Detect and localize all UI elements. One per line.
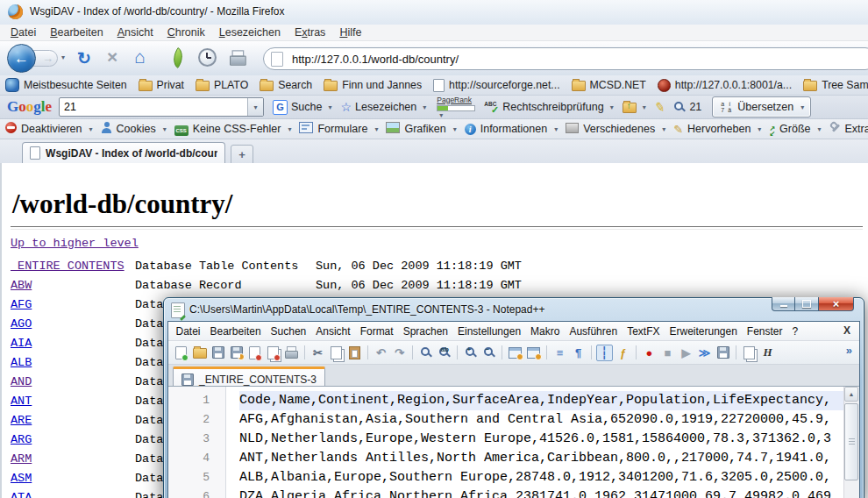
open-icon[interactable] — [191, 345, 208, 361]
npp-menu-makro[interactable]: Makro — [526, 325, 565, 338]
bookmark-http-127-0-0-1-8001-a[interactable]: http://127.0.0.1:8001/a... — [658, 79, 792, 92]
back-button[interactable]: ← — [7, 44, 36, 73]
npp-menu-datei[interactable]: Datei — [171, 325, 205, 338]
find-count[interactable]: 21 — [673, 101, 701, 113]
search-history-dropdown[interactable]: ▾ — [247, 98, 263, 116]
listing-link-arg[interactable]: ARG — [11, 433, 32, 446]
copy-icon[interactable] — [328, 345, 345, 361]
webdev-keine-css-fehler[interactable]: CSSKeine CSS-Fehler — [174, 123, 292, 136]
save-copy-icon[interactable] — [228, 345, 245, 361]
webdev-extras[interactable]: Extras — [829, 122, 868, 136]
menu-datei[interactable]: Datei — [4, 26, 43, 39]
save-icon[interactable] — [210, 345, 226, 361]
show-all-characters-icon[interactable]: ¶ — [570, 345, 587, 361]
zoom-in-icon[interactable]: + — [462, 345, 479, 361]
bookmark-search[interactable]: Search — [260, 79, 312, 91]
spellcheck-button[interactable]: ABC✓ Rechtschreibprüfung — [484, 101, 613, 114]
webdev-hervorheben[interactable]: ✎Hervorheben — [673, 123, 761, 136]
npp-menu-fenster[interactable]: Fenster — [742, 325, 787, 338]
npp-close-document-button[interactable]: X — [843, 324, 850, 337]
zoom-out-icon[interactable]: − — [480, 345, 497, 361]
print-icon[interactable] — [283, 345, 300, 361]
google-search-input[interactable] — [60, 101, 247, 113]
doc-switcher-icon[interactable] — [741, 345, 758, 361]
reload-icon[interactable]: ↻ — [77, 48, 91, 68]
listing-link-arm[interactable]: ARM — [11, 452, 32, 466]
listing-link-ago[interactable]: AGO — [11, 317, 32, 331]
close-all-icon[interactable] — [265, 345, 281, 361]
npp-menu-sprachen[interactable]: Sprachen — [398, 325, 452, 338]
menu-lesezeichen[interactable]: Lesezeichen — [212, 26, 288, 39]
play-macro-icon[interactable]: ▶ — [678, 345, 694, 361]
url-bar[interactable] — [263, 47, 868, 70]
webdev-verschiedenes[interactable]: Verschiedenes — [566, 123, 665, 136]
listing-link-ata[interactable]: ATA — [11, 491, 32, 498]
bookmark-privat[interactable]: Privat — [139, 79, 184, 91]
close-icon[interactable] — [246, 345, 263, 361]
save-macro-icon[interactable] — [715, 345, 731, 361]
notepadpp-window[interactable]: C:\Users\Martin\AppData\Local\Temp\_ENTI… — [163, 297, 864, 498]
paste-icon[interactable] — [346, 345, 363, 361]
up-to-higher-level-link[interactable]: Up to higher level — [11, 237, 139, 250]
npp-vertical-scrollbar[interactable]: ▲ — [843, 387, 859, 498]
listing-link-abw[interactable]: ABW — [11, 279, 32, 292]
url-input[interactable] — [290, 52, 868, 67]
google-search-button[interactable]: G Suche — [273, 100, 331, 115]
record-macro-icon[interactable]: ● — [641, 345, 658, 361]
stop-macro-icon[interactable]: ■ — [659, 345, 676, 361]
npp-menu-ausf-hren[interactable]: Ausführen — [565, 325, 623, 338]
home-icon[interactable]: ⌂ — [134, 46, 146, 68]
menu-extras[interactable]: Extras — [288, 26, 332, 39]
npp-menu-ansicht[interactable]: Ansicht — [311, 325, 355, 338]
bookmark-meistbesuchte-seiten[interactable]: Meistbesuchte Seiten — [5, 78, 127, 92]
stop-icon[interactable]: × — [107, 46, 117, 68]
listing-link-afg[interactable]: AFG — [11, 298, 32, 311]
close-button[interactable]: × — [819, 297, 854, 311]
listing-link-asm[interactable]: ASM — [11, 472, 32, 485]
minimize-button[interactable] — [772, 297, 795, 311]
toolbar-overflow-chevron[interactable]: » — [846, 344, 852, 357]
find-icon[interactable] — [417, 345, 434, 361]
menu-bearbeiten[interactable]: Bearbeiten — [43, 26, 110, 39]
menu-chronik[interactable]: Chronik — [160, 26, 212, 39]
google-bookmarks-button[interactable]: ☆ Lesezeichen — [340, 100, 426, 114]
npp-menu-suchen[interactable]: Suchen — [266, 325, 311, 338]
npp-menu-format[interactable]: Format — [355, 325, 398, 338]
bookmark-mcsd-net[interactable]: MCSD.NET — [572, 79, 646, 91]
webdev-deaktivieren[interactable]: Deaktivieren — [5, 122, 93, 136]
function-completion-icon[interactable]: ƒ — [615, 345, 631, 361]
word-wrap-icon[interactable]: ≡ — [551, 345, 568, 361]
webdev-grafiken[interactable]: Grafiken — [386, 122, 456, 136]
pagerank-widget[interactable]: PageRank — [437, 96, 475, 119]
menu-hilfe[interactable]: Hilfe — [332, 26, 368, 39]
bookmark-finn-und-jannes[interactable]: Finn und Jannes — [324, 79, 422, 91]
back-history-dropdown[interactable]: ▾ — [61, 53, 65, 61]
bookmark-http-sourceforge-net[interactable]: http://sourceforge.net... — [433, 79, 559, 92]
listing-link-and[interactable]: AND — [11, 375, 32, 388]
listing-link-alb[interactable]: ALB — [11, 356, 32, 369]
npp-menu-einstellungen[interactable]: Einstellungen — [453, 325, 526, 338]
google-search-box[interactable]: ▾ — [59, 97, 264, 117]
history-clock-icon[interactable] — [198, 48, 217, 67]
npp-editor[interactable]: 123456 Code,Name,Continent,Region,Surfac… — [168, 386, 859, 498]
listing-link-ant[interactable]: ANT — [11, 395, 32, 408]
npp-menu-help[interactable]: ? — [787, 325, 803, 338]
menu-ansicht[interactable]: Ansicht — [110, 26, 160, 39]
webdev-gr-e[interactable]: ↗↙Größe — [769, 121, 821, 137]
maximize-button[interactable] — [795, 297, 819, 311]
first-style-icon[interactable]: H — [759, 345, 776, 361]
new-file-icon[interactable] — [173, 345, 189, 361]
webdev-formulare[interactable]: Formulare — [299, 122, 378, 136]
bookmark-tree-samples[interactable]: Tree Samples — [803, 79, 868, 91]
scrollbar-thumb[interactable] — [844, 403, 858, 480]
sync-scroll-v-icon[interactable] — [507, 345, 523, 361]
send-to-button[interactable] — [623, 101, 646, 113]
npp-code[interactable]: Code,Name,Continent,Region,SurfaceArea,I… — [239, 387, 844, 498]
new-tab-button[interactable]: + — [231, 145, 253, 164]
print-icon[interactable] — [230, 49, 246, 69]
bookmark-plato[interactable]: PLATO — [196, 79, 248, 91]
listing-link-entire-contents[interactable]: ENTIRE CONTENTS — [11, 260, 125, 273]
npp-menu-bearbeiten[interactable]: Bearbeiten — [205, 325, 266, 338]
npp-menu-erweiterungen[interactable]: Erweiterungen — [665, 325, 742, 338]
scroll-up-arrow[interactable]: ▲ — [844, 387, 858, 402]
